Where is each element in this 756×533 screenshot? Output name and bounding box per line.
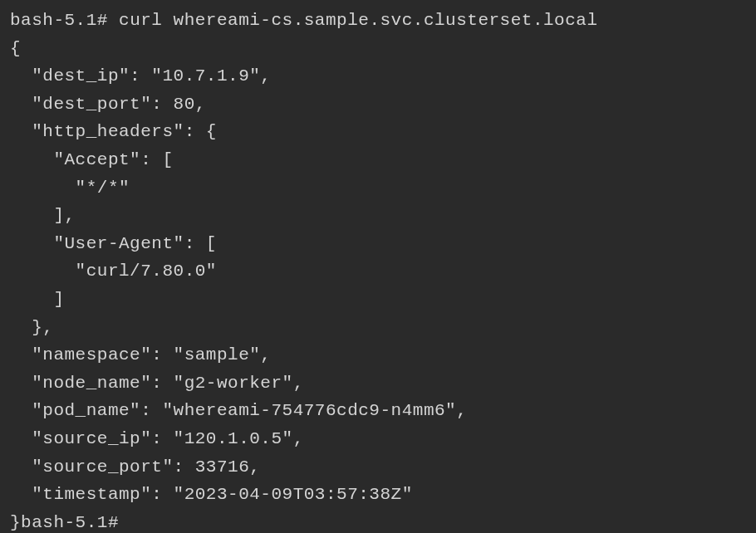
json-source-ip: "source_ip": "120.1.0.5", <box>10 429 304 448</box>
json-close-and-prompt: }bash-5.1# <box>10 513 130 532</box>
json-headers-close: }, <box>10 318 53 337</box>
shell-prompt-1: bash-5.1# <box>10 11 119 30</box>
json-accept-value: "*/*" <box>10 178 130 198</box>
json-dest-port: "dest_port": 80, <box>10 95 206 114</box>
json-timestamp: "timestamp": "2023-04-09T03:57:38Z" <box>10 485 413 504</box>
json-user-agent-key: "User-Agent": [ <box>10 234 217 253</box>
curl-command: curl whereami-cs.sample.svc.clusterset.l… <box>119 11 598 30</box>
json-source-port: "source_port": 33716, <box>10 457 260 477</box>
terminal-window[interactable]: bash-5.1# curl whereami-cs.sample.svc.cl… <box>10 7 746 533</box>
json-user-agent-value: "curl/7.80.0" <box>10 262 217 281</box>
json-open-brace: { <box>10 39 21 58</box>
json-node-name: "node_name": "g2-worker", <box>10 374 304 393</box>
json-dest-ip: "dest_ip": "10.7.1.9", <box>10 66 271 86</box>
json-accept-close: ], <box>10 206 76 225</box>
json-pod-name: "pod_name": "whereami-754776cdc9-n4mm6", <box>10 401 467 420</box>
json-namespace: "namespace": "sample", <box>10 345 271 364</box>
json-user-agent-close: ] <box>10 290 65 309</box>
json-accept-key: "Accept": [ <box>10 150 174 169</box>
json-http-headers: "http_headers": { <box>10 122 217 141</box>
